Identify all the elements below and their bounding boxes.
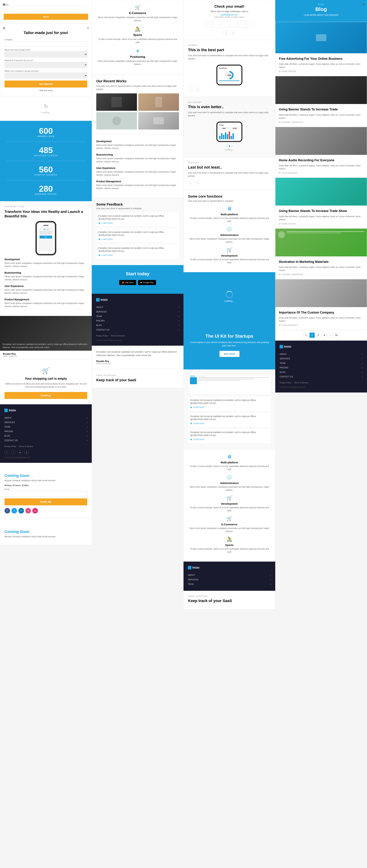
terms-link-2[interactable]: Terms of Service: [111, 335, 125, 337]
footer2-pricing[interactable]: PRICING›: [96, 318, 179, 323]
dr-btn[interactable]: ●: [25, 508, 31, 514]
appstore-button[interactable]: 🍎 App Store: [119, 280, 136, 285]
footer2-team[interactable]: TEAM›: [96, 314, 179, 318]
footer4-contact[interactable]: CONTACT US›: [280, 374, 363, 379]
notify-button[interactable]: Notify Me: [4, 498, 87, 505]
footer3-services[interactable]: SERVICES›: [188, 578, 271, 582]
thumb-img-2: [155, 97, 162, 107]
prev-arrow-verify[interactable]: ‹: [223, 30, 228, 35]
testimonial-author: Rosalie Roy: [96, 360, 179, 363]
tertiary-title: Last but not least..: [188, 165, 271, 169]
text-bar-1: [198, 377, 269, 378]
ui-kit-panel: The UI Kit for Startups I must explain t…: [184, 321, 275, 369]
countdown: 08 Days 01 Hours 32 Mins: [4, 484, 87, 487]
footer4-team[interactable]: TEAM›: [280, 361, 363, 365]
linkedin-icon[interactable]: in: [18, 450, 22, 455]
code-digit-5[interactable]: [238, 21, 245, 28]
notify-email-input[interactable]: [4, 491, 87, 497]
send-button[interactable]: Send: [4, 14, 88, 20]
testimonial-text: Excepteur sint occaecat cupidatat non pr…: [96, 350, 179, 358]
footer3-about[interactable]: ABOUT›: [188, 573, 271, 578]
footer-logo-text: Inizio: [9, 409, 16, 412]
dashboard-label: Dashboard: [219, 67, 239, 69]
footer4-pricing[interactable]: PRICING›: [280, 365, 363, 370]
dev-desc: Nemo enim ipsam voluptatem voluptpara as…: [4, 261, 87, 268]
terms-link-4[interactable]: Terms of Service: [294, 381, 308, 384]
column-1: Email Send ⊞ ≡ Tailor-made just for you!…: [0, 0, 92, 609]
twitter-icon[interactable]: t: [11, 450, 16, 455]
next-arrow-verify[interactable]: ›: [230, 30, 235, 35]
positioning-desc: Nemo enim ipsam voluptatem voluptpara as…: [96, 60, 179, 66]
footer4-services[interactable]: SERVICES›: [280, 356, 363, 361]
phone-bar-2: [39, 232, 52, 233]
ig-btn[interactable]: ig: [32, 508, 38, 514]
code-digit-3[interactable]: [222, 21, 229, 28]
skip-link[interactable]: Skip the setup: [4, 89, 87, 92]
footer-about[interactable]: ABOUT›: [4, 415, 87, 420]
page-1[interactable]: 1: [303, 333, 309, 338]
footer3-team[interactable]: TEAM›: [188, 582, 271, 586]
footer-copy: © 2016 Inizio All Rights Reserved: [4, 457, 87, 459]
footer-pricing[interactable]: PRICING›: [4, 429, 87, 434]
blog-header: Blog Blog LEAR MORE ABOUT OUR MISSION: [275, 0, 367, 22]
footer2-blog[interactable]: BLOG›: [96, 323, 179, 328]
people-select[interactable]: [4, 51, 87, 57]
core-desc: Duis aute irure dolor in reprehenderit i…: [188, 200, 271, 202]
facebook-icon[interactable]: f: [4, 450, 9, 455]
service-ecommerce: 🛒 E-Commerce Nemo enim ipsam voluptatem …: [96, 4, 179, 22]
email-input[interactable]: [4, 6, 88, 12]
footer4-blog[interactable]: BLOG›: [280, 370, 363, 374]
coming2-menu-icon[interactable]: ≡: [363, 3, 364, 6]
page-10[interactable]: 10: [334, 333, 339, 338]
footer2-contact[interactable]: CONTACT US›: [96, 328, 179, 332]
get-started-button[interactable]: Get Started: [4, 81, 87, 88]
prev-arrow-tertiary[interactable]: ‹: [188, 180, 193, 185]
google-play-button[interactable]: ▶ Google Play: [138, 280, 156, 285]
footer4-logo-icon: [280, 345, 283, 348]
bar-4: [225, 132, 226, 139]
bar-7: [231, 136, 232, 139]
page-3[interactable]: 3: [316, 333, 321, 338]
code-digit-4[interactable]: [230, 21, 237, 28]
start-now-button[interactable]: Start Now!: [220, 351, 239, 357]
feedback-desc: Duis aute irure dolor in reprehenderit i…: [96, 207, 179, 210]
feedback2-text-2: Excepteur sint occaecat cupidatat non pr…: [190, 415, 269, 421]
code-digit-6[interactable]: [247, 21, 254, 28]
footer-services[interactable]: SERVICES›: [4, 420, 87, 425]
footer-team[interactable]: TEAM›: [4, 425, 87, 429]
business-select[interactable]: [4, 62, 87, 68]
pm-item: Product Management Nemo enim ipsam volup…: [4, 298, 87, 308]
footer2-about[interactable]: ABOUT›: [96, 305, 179, 310]
email-panel: Email Send: [0, 0, 92, 24]
page-4[interactable]: 4: [322, 333, 327, 338]
privacy-link[interactable]: Privacy Policy: [4, 445, 16, 447]
footer2-links: Privacy Policy Terms of Service: [96, 335, 179, 337]
footer4-about[interactable]: ABOUT›: [280, 352, 363, 356]
company-input[interactable]: [4, 41, 87, 47]
li-btn[interactable]: in: [19, 508, 24, 514]
code-digit-1[interactable]: [205, 21, 212, 28]
fb-btn[interactable]: f: [4, 508, 10, 514]
next-arrow-primary[interactable]: ›: [195, 87, 200, 92]
prev-arrow-primary[interactable]: ‹: [188, 87, 193, 92]
column-2: 🛒 E-Commerce Nemo enim ipsam voluptatem …: [92, 0, 184, 609]
panel-menu-icon[interactable]: ≡: [87, 26, 89, 30]
stat-label-2: SATISFIED CLIENTS: [6, 155, 86, 161]
dribbble-icon[interactable]: d: [24, 450, 29, 455]
revenue-select[interactable]: [4, 72, 87, 79]
footer2-services[interactable]: SERVICES›: [96, 310, 179, 314]
footer-contact[interactable]: CONTACT US›: [4, 438, 87, 443]
privacy-link-2[interactable]: Privacy Policy: [96, 335, 108, 337]
mockup-content: [190, 377, 269, 384]
page-2-active[interactable]: 2: [309, 333, 315, 338]
footer-blog[interactable]: BLOG›: [4, 434, 87, 438]
chevron-icon: ›: [87, 435, 87, 437]
google-icon: ▶: [141, 281, 142, 284]
tw-btn[interactable]: t: [11, 508, 17, 514]
privacy-link-4[interactable]: Privacy Policy: [280, 381, 291, 384]
continue-button[interactable]: Continue: [4, 392, 87, 399]
core-functions-panel: Some core functions Duis aute irure dolo…: [184, 190, 275, 272]
terms-link[interactable]: Terms of Service: [19, 445, 33, 447]
next-arrow-tertiary[interactable]: ›: [195, 180, 200, 185]
code-digit-2[interactable]: [214, 21, 220, 28]
